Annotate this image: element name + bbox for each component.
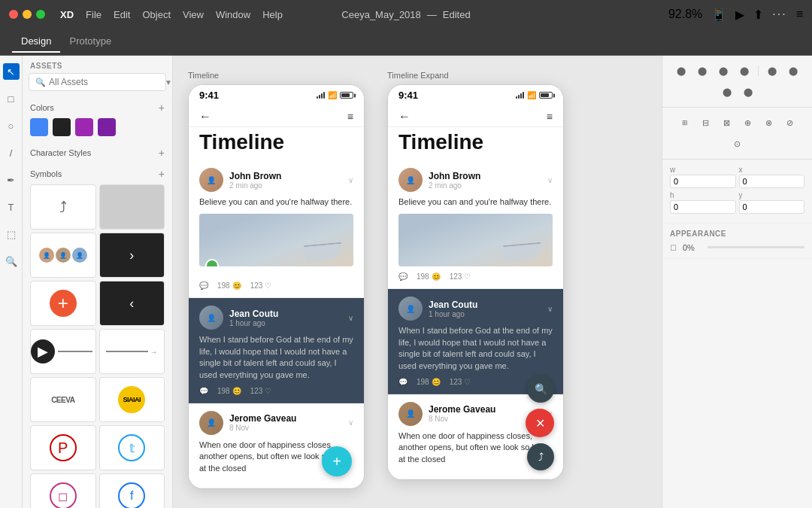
like-icon-4[interactable]: 😊 bbox=[432, 272, 441, 281]
ungroup-icon[interactable]: ⊟ bbox=[697, 114, 715, 132]
line-tool[interactable]: / bbox=[3, 144, 20, 161]
y-input[interactable] bbox=[739, 200, 805, 214]
align-center-v-icon[interactable]: ⬤ bbox=[784, 62, 802, 80]
canvas-area[interactable]: Timeline 9:41 📶 bbox=[173, 56, 662, 508]
post-chevron-3[interactable]: ∨ bbox=[348, 418, 353, 427]
fullscreen-button[interactable] bbox=[36, 10, 45, 19]
like-icon-2[interactable]: 😊 bbox=[232, 387, 241, 395]
align-middle-icon[interactable]: ⬤ bbox=[714, 62, 732, 80]
color-swatch-violet[interactable] bbox=[98, 118, 116, 136]
comment-action-2[interactable]: 💬 bbox=[199, 387, 208, 395]
select-tool[interactable]: ↖ bbox=[3, 63, 20, 80]
color-swatch-blue[interactable] bbox=[30, 118, 48, 136]
comment-action-5[interactable]: 💬 bbox=[398, 378, 408, 386]
symbol-pinterest[interactable]: P bbox=[30, 425, 96, 470]
align-center-h-icon[interactable]: ⬤ bbox=[693, 62, 711, 80]
tab-prototype[interactable]: Prototype bbox=[60, 31, 120, 53]
color-swatch-purple[interactable] bbox=[75, 118, 93, 136]
search-bar: 🔍 ▼ bbox=[29, 73, 166, 91]
back-arrow-icon-2[interactable]: ← bbox=[398, 110, 411, 123]
text-tool[interactable]: T bbox=[3, 199, 20, 215]
symbol-play[interactable]: ▶ bbox=[30, 329, 96, 374]
height-input[interactable] bbox=[670, 200, 736, 214]
fab-close[interactable]: ✕ bbox=[526, 409, 554, 437]
comment-action-4[interactable]: 💬 bbox=[398, 272, 408, 281]
color-swatch-black[interactable] bbox=[53, 118, 71, 136]
align-top-icon[interactable]: ⬤ bbox=[763, 62, 781, 80]
post-chevron-4[interactable]: ∨ bbox=[547, 176, 553, 184]
menu-edit[interactable]: Edit bbox=[114, 9, 130, 20]
symbol-ceeva[interactable]: CEEVA bbox=[30, 377, 96, 422]
menu-object[interactable]: Object bbox=[142, 9, 171, 20]
add-char-style-button[interactable]: + bbox=[159, 147, 165, 159]
dropdown-icon[interactable]: ▼ bbox=[165, 78, 172, 87]
artboards-container: Timeline 9:41 📶 bbox=[188, 71, 564, 493]
close-button[interactable] bbox=[9, 10, 18, 19]
rectangle-tool[interactable]: □ bbox=[3, 90, 20, 107]
align-right-icon[interactable]: ⬤ bbox=[735, 62, 753, 80]
filter-icon-2[interactable]: ≡ bbox=[547, 111, 553, 123]
filter-icon[interactable]: ≡ bbox=[347, 111, 353, 123]
mobile-preview-icon[interactable]: 📱 bbox=[711, 8, 726, 22]
symbol-instagram[interactable]: ◻ bbox=[30, 473, 96, 508]
symbol-line[interactable]: → bbox=[99, 329, 165, 374]
menu-help[interactable]: Help bbox=[262, 9, 283, 20]
symbol-share[interactable]: ⤴ bbox=[30, 184, 96, 230]
back-arrow-icon[interactable]: ← bbox=[199, 110, 211, 123]
phone-frame-expand[interactable]: 9:41 📶 bbox=[387, 84, 564, 480]
menu-window[interactable]: Window bbox=[216, 9, 250, 20]
post-chevron-1[interactable]: ∨ bbox=[348, 176, 353, 184]
menu-list-icon[interactable]: ≡ bbox=[796, 8, 803, 21]
distribute-h-icon[interactable]: ⬤ bbox=[739, 83, 757, 101]
artboard-tool[interactable]: ⬚ bbox=[3, 226, 20, 242]
share-icon[interactable]: ⬆ bbox=[753, 8, 763, 22]
symbol-yellow-circle[interactable]: SIAIAI bbox=[99, 377, 165, 422]
align-left-icon[interactable]: ⬤ bbox=[672, 62, 690, 80]
subtract-icon[interactable]: ⊗ bbox=[760, 114, 778, 132]
comment-action-1[interactable]: 💬 bbox=[199, 281, 208, 290]
symbol-plus-btn[interactable]: + bbox=[30, 281, 96, 326]
width-input[interactable] bbox=[670, 175, 736, 188]
zoom-tool[interactable]: 🔍 bbox=[3, 253, 20, 269]
more-options-icon[interactable]: ··· bbox=[772, 8, 786, 21]
heart-icon-5[interactable]: ♡ bbox=[464, 378, 471, 386]
add-color-button[interactable]: + bbox=[159, 102, 165, 114]
minimize-button[interactable] bbox=[23, 10, 32, 19]
symbol-gray[interactable] bbox=[99, 184, 165, 230]
like-icon-1[interactable]: 😊 bbox=[232, 281, 241, 290]
search-input[interactable] bbox=[49, 77, 162, 87]
play-icon[interactable]: ▶ bbox=[735, 8, 744, 22]
symbol-facebook[interactable]: f bbox=[99, 473, 165, 508]
group-icon[interactable]: ⊠ bbox=[718, 114, 736, 132]
zoom-level[interactable]: 92.8% bbox=[668, 8, 702, 21]
intersect-icon[interactable]: ⊘ bbox=[781, 114, 799, 132]
symbol-next[interactable]: › bbox=[99, 233, 165, 278]
phone-frame-timeline[interactable]: 9:41 📶 bbox=[188, 84, 365, 489]
add-symbol-button[interactable]: + bbox=[159, 168, 165, 180]
align-bottom-icon[interactable]: ⬤ bbox=[718, 83, 736, 101]
x-label: x bbox=[739, 166, 805, 174]
symbol-faces[interactable]: 👤 👤 👤 bbox=[30, 233, 96, 278]
symbol-twitter[interactable]: 𝕥 bbox=[99, 425, 165, 470]
heart-icon-2[interactable]: ♡ bbox=[265, 387, 271, 395]
post-chevron-5[interactable]: ∨ bbox=[547, 305, 553, 313]
height-field: h bbox=[670, 191, 736, 214]
tab-design[interactable]: Design bbox=[12, 31, 60, 53]
pen-tool[interactable]: ✒ bbox=[3, 172, 20, 188]
ellipse-tool[interactable]: ○ bbox=[3, 117, 20, 134]
exclude-icon[interactable]: ⊙ bbox=[729, 135, 747, 153]
menu-view[interactable]: View bbox=[183, 9, 204, 20]
menu-file[interactable]: File bbox=[86, 9, 102, 20]
post-chevron-2[interactable]: ∨ bbox=[348, 314, 353, 322]
like-icon-5[interactable]: 😊 bbox=[432, 378, 441, 386]
opacity-slider[interactable] bbox=[707, 246, 804, 248]
heart-icon-1[interactable]: ♡ bbox=[265, 281, 271, 290]
repeat-grid-icon[interactable]: ⊞ bbox=[676, 114, 694, 132]
heart-icon-4[interactable]: ♡ bbox=[464, 272, 471, 281]
fab-button[interactable]: + bbox=[322, 446, 352, 476]
fab-share[interactable]: ⤴ bbox=[527, 443, 554, 470]
fab-search[interactable]: 🔍 bbox=[527, 376, 554, 403]
x-input[interactable] bbox=[739, 175, 805, 188]
symbol-prev[interactable]: ‹ bbox=[99, 281, 165, 326]
boolean-icon[interactable]: ⊕ bbox=[739, 114, 757, 132]
